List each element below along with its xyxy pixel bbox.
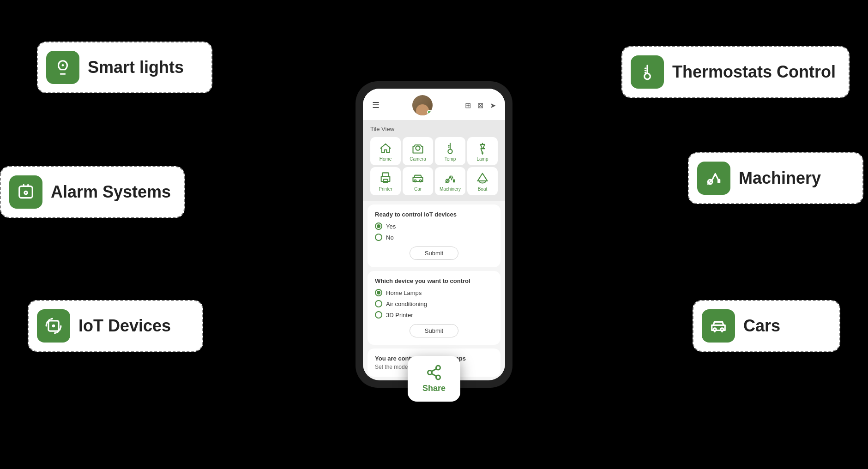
alarm-icon [17, 183, 35, 201]
svg-point-10 [414, 180, 416, 182]
tile-lamp[interactable]: Lamp [467, 137, 498, 165]
share-label: Share [422, 384, 446, 393]
tile-car-label: Car [414, 186, 422, 192]
tile-temp[interactable]: Temp [435, 137, 465, 165]
form2-aircon-label: Air conditioning [386, 301, 427, 307]
machinery-tile-icon [444, 172, 457, 185]
form1-title: Ready to control IoT devices [375, 211, 493, 218]
tile-machinery[interactable]: Machinery [435, 167, 465, 195]
tile-camera-label: Camera [410, 156, 426, 162]
tile-car[interactable]: Car [403, 167, 433, 195]
form1-section: Ready to control IoT devices Yes No Subm… [368, 204, 500, 267]
tile-boat-label: Boat [478, 186, 488, 192]
form1-option-yes[interactable]: Yes [375, 222, 493, 230]
form2-option-homelamps[interactable]: Home Lamps [375, 289, 493, 296]
phone-outer: ☰ ⊞ ⊠ ➤ Tile View [356, 81, 512, 388]
printer-tile-icon [379, 172, 392, 185]
menu-icon[interactable]: ☰ [372, 100, 380, 110]
alarm-systems-card: Alarm Systems [0, 166, 185, 218]
camera-tile-icon [411, 142, 424, 155]
form1-submit-button[interactable]: Submit [410, 247, 458, 260]
form2-title: Which device you want to control [375, 277, 493, 284]
radio-yes[interactable] [375, 222, 382, 230]
machinery-icon-box [697, 162, 730, 195]
phone-screen: ☰ ⊞ ⊠ ➤ Tile View [363, 89, 505, 377]
phone-inner: ☰ ⊞ ⊠ ➤ Tile View [363, 89, 505, 380]
form2-option-aircon[interactable]: Air conditioning [375, 300, 493, 307]
radio-aircon[interactable] [375, 300, 382, 307]
iot-devices-card: IoT Devices [28, 300, 203, 352]
radio-no[interactable] [375, 234, 382, 241]
grid-icon[interactable]: ⊞ [465, 101, 471, 110]
alarm-systems-label: Alarm Systems [51, 182, 171, 202]
tile-machinery-label: Machinery [440, 186, 461, 192]
machinery-label: Machinery [739, 168, 821, 188]
tile-grid: Home Camera [370, 137, 498, 195]
form1-no-label: No [386, 234, 394, 241]
thermo-icon [639, 63, 656, 81]
cars-icon-box [702, 309, 735, 343]
cars-label: Cars [743, 316, 780, 336]
svg-point-0 [62, 64, 64, 66]
tile-view-section: Tile View Home [363, 120, 505, 201]
car-icon [710, 317, 727, 335]
phone-topbar: ☰ ⊞ ⊠ ➤ [363, 89, 505, 120]
radio-printer[interactable] [375, 311, 382, 319]
machinery-icon [705, 169, 723, 187]
thermostats-card: Thermostats Control [621, 46, 850, 98]
iot-icon [45, 317, 62, 335]
alarm-systems-icon-box [9, 175, 42, 209]
form2-option-printer[interactable]: 3D Printer [375, 311, 493, 319]
svg-rect-8 [382, 173, 389, 176]
qr-icon[interactable]: ⊠ [477, 101, 483, 110]
smart-lights-label: Smart lights [88, 58, 184, 77]
tile-boat[interactable]: Boat [467, 167, 498, 195]
boat-tile-icon [476, 172, 489, 185]
tile-printer-label: Printer [379, 186, 392, 192]
phone-container: ☰ ⊞ ⊠ ➤ Tile View [356, 81, 512, 388]
online-status-dot [427, 110, 432, 114]
location-icon[interactable]: ➤ [490, 101, 496, 110]
tile-home[interactable]: Home [370, 137, 401, 165]
form2-submit-button[interactable]: Submit [410, 324, 458, 337]
svg-point-6 [713, 328, 716, 331]
tile-camera[interactable]: Camera [403, 137, 433, 165]
svg-rect-9 [383, 179, 387, 182]
tile-view-title: Tile View [370, 126, 498, 132]
iot-devices-label: IoT Devices [78, 316, 171, 336]
avatar [412, 95, 433, 115]
lamp-tile-icon [476, 142, 489, 155]
share-icon [426, 364, 442, 381]
temp-tile-icon [444, 142, 457, 155]
svg-point-2 [24, 191, 27, 194]
svg-point-4 [52, 325, 55, 327]
tile-temp-label: Temp [445, 156, 456, 162]
car-tile-icon [411, 172, 424, 185]
form2-homelamps-label: Home Lamps [386, 289, 422, 296]
tile-printer[interactable]: Printer [370, 167, 401, 195]
svg-point-11 [420, 180, 422, 182]
thermostats-icon-box [631, 55, 664, 89]
cars-card: Cars [693, 300, 840, 352]
iot-devices-icon-box [37, 309, 70, 343]
machinery-card: Machinery [688, 152, 863, 204]
radio-homelamps[interactable] [375, 289, 382, 296]
topbar-icons: ⊞ ⊠ ➤ [465, 101, 496, 110]
form1-yes-label: Yes [386, 223, 396, 230]
tile-home-label: Home [380, 156, 392, 162]
form2-section: Which device you want to control Home La… [368, 271, 500, 345]
smart-lights-card: Smart lights [37, 42, 212, 93]
svg-point-7 [721, 328, 723, 331]
thermostats-label: Thermostats Control [672, 62, 836, 82]
smart-lights-icon-box [46, 51, 79, 84]
home-tile-icon [379, 142, 392, 155]
share-popup[interactable]: Share [408, 356, 460, 402]
bulb-icon [54, 59, 72, 76]
form1-option-no[interactable]: No [375, 234, 493, 241]
tile-lamp-label: Lamp [476, 156, 488, 162]
form2-printer-label: 3D Printer [386, 312, 413, 319]
